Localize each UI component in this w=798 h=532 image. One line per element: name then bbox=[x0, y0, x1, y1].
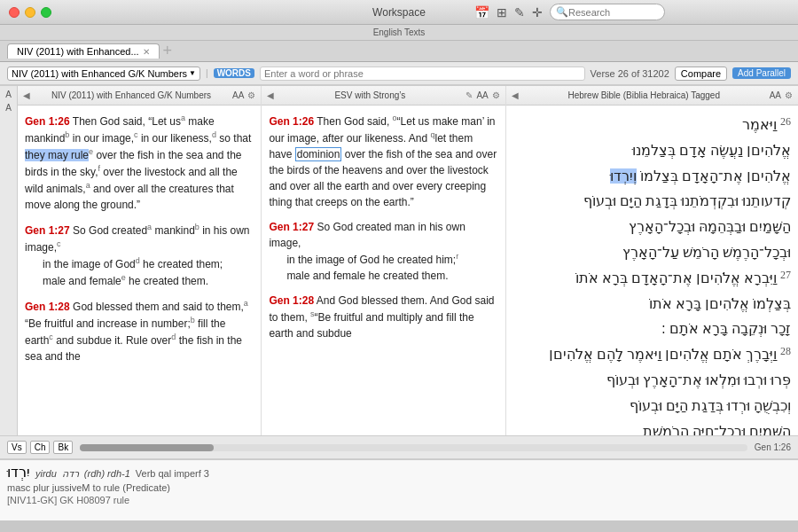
niv-ref-1-26: Gen 1:26 bbox=[25, 115, 70, 128]
add-parallel-button[interactable]: Add Parallel bbox=[732, 67, 791, 79]
heb-line-1: וַיּאמֶר bbox=[742, 117, 777, 132]
heb-line-6: וּבְכָל־הָרֶמֶשׁ הָרֹמֵשׁ עַל־הָאָרֶץ bbox=[622, 245, 791, 260]
edit-icon[interactable]: ✎ bbox=[514, 5, 525, 20]
niv-settings-icon[interactable]: ⚙ bbox=[247, 90, 255, 100]
niv-v2-indent1: in the image of Godd he created them; bbox=[25, 255, 254, 272]
hebrew-settings-icon[interactable]: ⚙ bbox=[785, 90, 793, 100]
hebrew-verse-num-27: 27 bbox=[780, 266, 791, 286]
toolbar-label: English Texts bbox=[373, 27, 426, 37]
bottom-nav-bar: Vs Ch Bk Gen 1:26 bbox=[0, 435, 798, 458]
hebrew-font-size[interactable]: AA bbox=[770, 90, 781, 100]
esv-font-size[interactable]: AA bbox=[476, 90, 488, 100]
niv-panel: ◀ NIV (2011) with Enhanced G/K Numbers A… bbox=[18, 86, 262, 435]
separator1: | bbox=[206, 68, 208, 78]
heb-line-10: וַיְּבָרֶךְ אֹתָם אֱלֹהִים׀ וַיּאמֶר לָה… bbox=[549, 347, 777, 362]
version-dropdown-icon: ▼ bbox=[189, 69, 196, 77]
heb-line-3: אֱלֹהִים׀ אֶת־הָאָדָם בְּצַלמוֹ וְיִרְדו… bbox=[610, 168, 791, 184]
esv-verse-1-27: Gen 1:27 So God created man in his own i… bbox=[269, 219, 497, 284]
left-icon-2[interactable]: A bbox=[5, 103, 12, 113]
niv-v2-indent2: male and femalee he created them. bbox=[25, 272, 254, 289]
heb-line-13: הַשָּׁמַיִם וּבְכָל־חַיָּה הָרֹמֶשֶׁת bbox=[643, 424, 791, 435]
heb-line-4: קְדעותֵנוּ וּבִקְדְמֹתֵנוּ בְּדָגַת הַיּ… bbox=[583, 193, 791, 208]
heb-line-8: בְּצַלְמוֹ אֱלֹהִים׀ בָּרָא אֹתוֹ bbox=[649, 296, 791, 311]
niv-ref-1-28: Gen 1:28 bbox=[25, 301, 70, 313]
heb-line-7: וַיִּבְרָא אֱלֹהִים׀ אֶת־הָאָדָם בְּרָא … bbox=[575, 270, 777, 286]
niv-panel-body: Gen 1:26 Then God said, “Let usa make ma… bbox=[18, 106, 261, 435]
niv-verse-1-28: Gen 1:28 God blessed them and said to th… bbox=[25, 298, 254, 364]
word-search-input[interactable] bbox=[260, 66, 585, 81]
lexicon-bar: יִרְדוּ yirdu רדה (rdh) rdh-1 Verb qal i… bbox=[0, 458, 798, 520]
niv-verse-1-27: Gen 1:27 So God createda mankindb in his… bbox=[25, 222, 254, 289]
titlebar-tools: 📅 ⊞ ✎ ✛ 🔍 bbox=[474, 4, 665, 20]
esv-v2-indent1: in the image of God he created him;r bbox=[269, 251, 497, 268]
hebrew-panel-title: Hebrew Bible (Biblia Hebraica) Tagged bbox=[522, 90, 766, 100]
nav-vs-button[interactable]: Vs bbox=[7, 441, 27, 454]
current-verse-tag: Gen 1:26 bbox=[755, 442, 791, 452]
hebrew-panel-close-icon[interactable]: ◀ bbox=[512, 90, 519, 100]
hebrew-panel-body: 26 וַיּאמֶר אֱלֹהִים׀ נַעֲשֶׂה אָדָם בְּ… bbox=[506, 106, 798, 435]
search-icon: 🔍 bbox=[556, 6, 568, 18]
lexicon-strongs: [NIV11-GK] GK H08097 rule bbox=[7, 495, 791, 505]
esv-ref-1-26: Gen 1:26 bbox=[269, 115, 314, 128]
tab-niv-label: NIV (2011) with Enhanced... bbox=[17, 46, 139, 57]
lexicon-top: יִרְדוּ yirdu רדה (rdh) rdh-1 Verb qal i… bbox=[7, 464, 791, 481]
scroll-bar[interactable] bbox=[80, 444, 747, 451]
grid-icon[interactable]: ⊞ bbox=[497, 5, 507, 20]
esv-ref-1-27: Gen 1:27 bbox=[269, 221, 314, 233]
verse-count: Verse 26 of 31202 bbox=[591, 68, 669, 79]
window-title: Workspace bbox=[372, 6, 426, 19]
tabbar: NIV (2011) with Enhanced... ✕ + bbox=[0, 41, 798, 62]
hebrew-panel: ◀ Hebrew Bible (Biblia Hebraica) Tagged … bbox=[506, 86, 798, 435]
esv-panel-title: ESV with Strong’s bbox=[278, 90, 462, 100]
esv-verse-1-28: Gen 1:28 And God blessed them. And God s… bbox=[269, 293, 497, 341]
lexicon-detail: masc plur jussiveM to rule (Predicate) bbox=[7, 482, 791, 493]
new-tab-button[interactable]: + bbox=[163, 42, 173, 60]
esv-panel: ◀ ESV with Strong’s ✎ AA ⚙ Gen 1:26 Then… bbox=[262, 86, 505, 435]
niv-panel-title: NIV (2011) with Enhanced G/K Numbers bbox=[34, 90, 229, 100]
tab-niv[interactable]: NIV (2011) with Enhanced... ✕ bbox=[7, 43, 160, 59]
esv-panel-close-icon[interactable]: ◀ bbox=[267, 90, 274, 100]
hebrew-verse-num-26: 26 bbox=[780, 113, 791, 132]
heb-line-12: וְכִבְשֻׁהָ וּרְדוּ בְּדַגַת הַיָּם וּבְ… bbox=[630, 398, 791, 413]
heb-highlight-yirdu: וְיִרְדוּ bbox=[610, 168, 637, 184]
niv-panel-header: ◀ NIV (2011) with Enhanced G/K Numbers A… bbox=[18, 86, 261, 106]
niv-panel-close-icon[interactable]: ◀ bbox=[23, 90, 30, 100]
lexicon-root-hebrew: רדה bbox=[62, 468, 79, 480]
niv-v1-text: Then God said, “Let usa make mankindb in… bbox=[25, 115, 251, 211]
traffic-lights bbox=[9, 7, 51, 18]
tab-close-icon[interactable]: ✕ bbox=[143, 47, 150, 57]
move-icon[interactable]: ✛ bbox=[532, 5, 543, 20]
esv-edit-icon[interactable]: ✎ bbox=[466, 90, 473, 100]
close-button[interactable] bbox=[9, 7, 20, 18]
scroll-thumb bbox=[80, 444, 214, 451]
left-icon-strip: A A bbox=[0, 86, 18, 435]
niv-font-size[interactable]: AA bbox=[232, 90, 244, 100]
esv-settings-icon[interactable]: ⚙ bbox=[492, 90, 500, 100]
esv-highlight-dominion: dominion bbox=[295, 147, 342, 161]
esv-verse-1-26: Gen 1:26 Then God said, o“Let us make ma… bbox=[269, 113, 497, 210]
version-label: NIV (2011) with Enhanced G/K Numbers bbox=[12, 68, 187, 79]
compare-button[interactable]: Compare bbox=[675, 66, 727, 81]
toolbar-label-row: English Texts bbox=[0, 25, 798, 41]
esv-panel-body: Gen 1:26 Then God said, o“Let us make ma… bbox=[262, 106, 505, 435]
left-icon-1[interactable]: A bbox=[5, 90, 12, 99]
heb-line-11: פְּרוּ וּרְבוּ וּמִלְאוּ אֶת־הָאָרֶץ וּב… bbox=[606, 372, 791, 387]
niv-verse-1-26: Gen 1:26 Then God said, “Let usa make ma… bbox=[25, 113, 254, 213]
lexicon-transliteration: yirdu bbox=[35, 468, 57, 479]
lexicon-hebrew-word: יִרְדוּ bbox=[7, 464, 30, 481]
main-content: A A ◀ NIV (2011) with Enhanced G/K Numbe… bbox=[0, 85, 798, 435]
esv-v1-text: Then God said, o“Let us make man’ in our… bbox=[269, 115, 497, 208]
version-selector[interactable]: NIV (2011) with Enhanced G/K Numbers ▼ bbox=[7, 66, 200, 81]
calendar-icon[interactable]: 📅 bbox=[474, 5, 489, 20]
lexicon-parse: Verb qal imperf 3 bbox=[136, 468, 209, 479]
search-input[interactable] bbox=[568, 7, 659, 18]
nav-bk-button[interactable]: Bk bbox=[53, 441, 73, 454]
heb-line-2: אֱלֹהִים׀ נַעֲשֶׂה אָדָם בְּצַלמֵנוּ bbox=[632, 143, 791, 158]
nav-ch-button[interactable]: Ch bbox=[30, 441, 51, 454]
control-bar: NIV (2011) with Enhanced G/K Numbers ▼ |… bbox=[0, 62, 798, 85]
search-box[interactable]: 🔍 bbox=[550, 4, 665, 20]
esv-v2-indent2: male and female he created them. bbox=[269, 268, 497, 284]
minimize-button[interactable] bbox=[25, 7, 35, 18]
maximize-button[interactable] bbox=[41, 7, 51, 18]
strongs-badge[interactable]: WORDS bbox=[214, 68, 254, 78]
